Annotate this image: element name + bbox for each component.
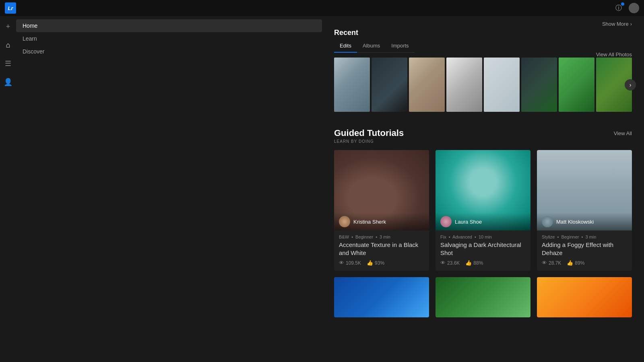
sidebar-icon-library[interactable]: ☰	[2, 57, 14, 70]
photo-thumb-4[interactable]	[446, 58, 482, 112]
author-avatar-2	[440, 216, 452, 227]
recent-section: Recent Edits Albums Imports View All Pho…	[322, 29, 644, 120]
sidebar: + ⌂ ☰ 👤 Home Learn Discover	[0, 16, 322, 362]
sidebar-item-learn[interactable]: Learn	[16, 32, 322, 45]
tutorial-name-2: Salvaging a Dark Architectural Shot	[440, 241, 526, 257]
top-bar: Lr ⓘ	[0, 0, 644, 16]
tutorial-img-4	[334, 277, 429, 317]
sidebar-icon-home[interactable]: ⌂	[2, 39, 14, 51]
recent-tabs: Edits Albums Imports	[334, 40, 415, 53]
tutorials-view-all-button[interactable]: View All	[614, 130, 632, 136]
tutorial-img-2: Laura Shoe	[436, 150, 530, 230]
top-bar-right: ⓘ	[614, 3, 639, 13]
rating-icon-3: 👍	[567, 260, 573, 266]
tutorial-info-1: B&W • Beginner • 3 min Accentuate Textur…	[334, 230, 429, 271]
rating-value-3: 89%	[575, 260, 584, 266]
content-top-bar: Show More ›	[322, 16, 644, 29]
author-avatar-1	[339, 216, 350, 227]
recent-title: Recent	[334, 29, 632, 37]
tab-albums[interactable]: Albums	[357, 40, 386, 53]
notifications-icon[interactable]: ⓘ	[614, 4, 623, 12]
tutorial-stats-1: 👁 109.5K 👍 93%	[339, 260, 424, 266]
tutorials-title-group: Guided Tutorials LEARN BY DOING	[334, 128, 404, 144]
tutorial-stats-3: 👁 28.7K 👍 89%	[542, 260, 627, 266]
photo-thumb-6[interactable]	[521, 58, 557, 112]
tutorial-level-2: Advanced	[452, 234, 472, 239]
tutorial-card-4[interactable]	[334, 277, 429, 317]
notification-badge	[621, 2, 624, 6]
tutorial-duration-2: 10 min	[479, 234, 492, 239]
tutorial-card-6[interactable]	[537, 277, 632, 317]
tutorial-img-5	[436, 277, 530, 317]
tutorial-duration-3: 3 min	[585, 234, 596, 239]
main-layout: + ⌂ ☰ 👤 Home Learn Discover Show More › …	[0, 16, 644, 362]
author-avatar-3	[542, 216, 553, 227]
rating-icon-1: 👍	[367, 260, 373, 266]
tutorial-img-6	[537, 277, 632, 317]
tutorial-card-5[interactable]	[436, 277, 530, 317]
rating-value-2: 88%	[473, 260, 483, 266]
views-icon-2: 👁	[440, 260, 446, 266]
sidebar-item-discover[interactable]: Discover	[16, 45, 322, 58]
author-overlay-1: Kristina Sherk	[334, 213, 429, 230]
author-name-1: Kristina Sherk	[353, 219, 386, 225]
author-overlay-2: Laura Shoe	[436, 213, 530, 230]
tab-edits[interactable]: Edits	[334, 40, 357, 53]
sidebar-item-home[interactable]: Home	[16, 19, 322, 32]
content-area: Show More › Recent Edits Albums Imports …	[322, 16, 644, 362]
views-icon-1: 👁	[339, 260, 344, 266]
tutorial-meta-3: Stylize • Beginner • 3 min	[542, 234, 627, 239]
tutorial-img-3: Matt Kloskowski	[537, 150, 632, 230]
sidebar-icon-add[interactable]: +	[2, 20, 14, 33]
sidebar-nav: Home Learn Discover	[16, 16, 322, 362]
tutorial-views-2: 👁 23.6K	[440, 260, 460, 266]
tutorial-cards-row1: Kristina Sherk B&W • Beginner • 3 min Ac…	[334, 150, 632, 271]
show-more-label: Show More	[602, 21, 629, 27]
photo-thumb-1[interactable]	[334, 58, 370, 112]
rating-value-1: 93%	[375, 260, 384, 266]
tutorial-level-3: Beginner	[561, 234, 579, 239]
tutorial-name-3: Adding a Foggy Effect with Dehaze	[542, 241, 627, 257]
tutorial-card-2[interactable]: Laura Shoe Fix • Advanced • 10 min Salva…	[436, 150, 530, 271]
tutorial-rating-1: 👍 93%	[367, 260, 384, 266]
tutorials-section: Guided Tutorials LEARN BY DOING View All…	[322, 120, 644, 325]
tutorials-subtitle: LEARN BY DOING	[334, 139, 404, 144]
tutorial-name-1: Accentuate Texture in a Black and White	[339, 241, 424, 257]
tutorials-header: Guided Tutorials LEARN BY DOING View All	[334, 128, 632, 144]
tutorial-category-2: Fix	[440, 234, 446, 239]
sidebar-icon-people[interactable]: 👤	[2, 76, 14, 88]
tutorial-info-3: Stylize • Beginner • 3 min Adding a Fogg…	[537, 230, 632, 271]
view-all-photos-link[interactable]: View All Photos	[596, 51, 632, 58]
app-logo: Lr	[5, 2, 16, 14]
avatar[interactable]	[629, 3, 639, 13]
tutorial-card-3[interactable]: Matt Kloskowski Stylize • Beginner • 3 m…	[537, 150, 632, 271]
photo-thumb-2[interactable]	[372, 58, 407, 112]
tutorial-level-1: Beginner	[355, 234, 373, 239]
views-icon-3: 👁	[542, 260, 547, 266]
photo-thumb-3[interactable]	[409, 58, 445, 112]
tutorials-title: Guided Tutorials	[334, 128, 404, 138]
tutorial-cards-row2	[334, 277, 632, 317]
tutorial-img-1: Kristina Sherk	[334, 150, 429, 230]
views-count-2: 23.6K	[447, 260, 460, 266]
tutorial-card-1[interactable]: Kristina Sherk B&W • Beginner • 3 min Ac…	[334, 150, 429, 271]
tutorial-views-3: 👁 28.7K	[542, 260, 561, 266]
views-count-1: 109.5K	[346, 260, 361, 266]
rating-icon-2: 👍	[465, 260, 472, 266]
tab-imports[interactable]: Imports	[386, 40, 414, 53]
photo-strip: ›	[334, 58, 632, 112]
author-name-2: Laura Shoe	[455, 219, 482, 225]
tutorial-category-3: Stylize	[542, 234, 555, 239]
author-name-3: Matt Kloskowski	[556, 219, 594, 225]
sidebar-icon-col: + ⌂ ☰ 👤	[0, 16, 16, 362]
show-more-button[interactable]: Show More ›	[602, 21, 632, 27]
author-overlay-3: Matt Kloskowski	[537, 213, 632, 230]
photo-thumb-5[interactable]	[484, 58, 520, 112]
photo-strip-next-button[interactable]: ›	[625, 79, 636, 90]
tutorial-stats-2: 👁 23.6K 👍 88%	[440, 260, 526, 266]
photo-thumb-7[interactable]	[559, 58, 594, 112]
views-count-3: 28.7K	[549, 260, 561, 266]
tutorial-views-1: 👁 109.5K	[339, 260, 361, 266]
tutorial-duration-1: 3 min	[380, 234, 390, 239]
tutorial-info-2: Fix • Advanced • 10 min Salvaging a Dark…	[436, 230, 530, 271]
